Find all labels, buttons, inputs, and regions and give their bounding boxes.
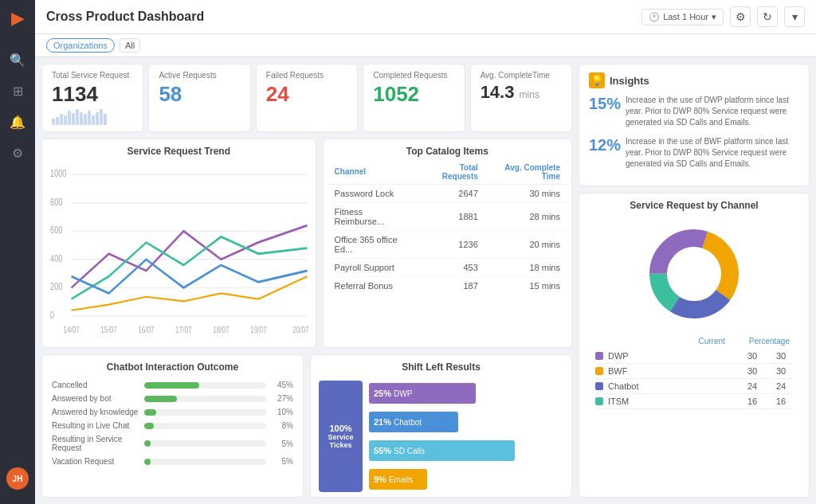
chatbot-row-pct: 5% xyxy=(271,440,293,448)
shift-bar-item: 55%SD Calls xyxy=(369,440,563,461)
filter-bar: Organizations All xyxy=(35,34,816,57)
service-by-channel-card: Service Request by Channel Current xyxy=(579,193,810,498)
svg-text:16/07: 16/07 xyxy=(138,324,154,334)
metric-active-value: 58 xyxy=(159,83,240,106)
chatbot-row-pct: 10% xyxy=(271,408,293,416)
insight-pct: 12% xyxy=(589,136,619,170)
col-channel: Channel xyxy=(328,160,419,185)
chatbot-row-pct: 8% xyxy=(271,421,293,430)
svg-text:200: 200 xyxy=(50,280,62,291)
sidebar-icon-grid[interactable]: ⊞ xyxy=(13,84,23,99)
svg-text:19/07: 19/07 xyxy=(250,324,266,334)
shift-bar-sublabel: Chatbot xyxy=(394,418,422,427)
svg-text:800: 800 xyxy=(50,196,62,207)
shift-left-card: Shift Left Results 100% Service Tickes 2… xyxy=(310,354,572,498)
metric-completed-label: Completed Requests xyxy=(373,71,454,80)
shift-left-content: 100% Service Tickes 25%DWP21%Chatbot55%S… xyxy=(311,376,571,497)
shift-bar-item: 25%DWP xyxy=(369,383,563,404)
channel-legend-rows: DWP 30 30 BWF 30 30 Chatbot 24 24 ITSM 1… xyxy=(595,349,793,409)
svg-text:18/07: 18/07 xyxy=(213,324,229,334)
chatbot-row-item: Resulting in Service Request 5% xyxy=(52,435,293,452)
legend-current: 30 xyxy=(740,366,764,376)
chevron-down-icon: ▾ xyxy=(712,12,716,22)
insights-header: 💡 Insights xyxy=(589,72,799,88)
user-avatar[interactable]: JH xyxy=(6,467,29,490)
settings-button[interactable]: ⚙ xyxy=(730,6,751,27)
refresh-button[interactable]: ↻ xyxy=(757,6,778,27)
svg-text:17/07: 17/07 xyxy=(175,324,191,334)
shift-bar-fill: 55%SD Calls xyxy=(369,440,515,461)
shift-bar-pct: 55% xyxy=(374,446,391,455)
svg-point-23 xyxy=(668,248,720,300)
chatbot-bar-bg xyxy=(144,459,266,465)
shift-bar-pct: 9% xyxy=(374,475,386,484)
catalog-avgtime: 30 mins xyxy=(484,184,567,202)
sidebar-icon-search[interactable]: 🔍 xyxy=(10,53,26,68)
shift-right-bars: 25%DWP21%Chatbot55%SD Calls9%Emails xyxy=(369,381,563,492)
chatbot-row-item: Cancelled 45% xyxy=(52,381,293,389)
header-controls: 🕐 Last 1 Hour ▾ ⚙ ↻ ▾ xyxy=(641,6,805,27)
shift-bar-item: 9%Emails xyxy=(369,469,563,490)
chatbot-row-item: Vacation Request 5% xyxy=(52,457,293,466)
filter-all-select[interactable]: All xyxy=(120,38,140,53)
metric-avgtime: Avg. CompleteTime 14.3 mins xyxy=(470,64,572,132)
filter-organizations[interactable]: Organizations xyxy=(46,38,115,53)
chatbot-row-pct: 5% xyxy=(271,457,293,466)
insight-item: 15% Increase in the use of DWP platform … xyxy=(589,95,799,128)
catalog-requests: 2647 xyxy=(418,184,484,202)
charts-row: Service Request Trend 1000 800 600 400 2… xyxy=(41,139,572,348)
metric-total-value: 1134 xyxy=(52,83,133,106)
legend-label: BWF xyxy=(608,366,736,376)
chatbot-row-label: Vacation Request xyxy=(52,457,139,466)
left-panel: Total Service Request 1134 Active Reques… xyxy=(41,64,572,498)
catalog-requests: 1236 xyxy=(418,230,484,258)
insights-card: 💡 Insights 15% Increase in the use of DW… xyxy=(579,64,810,186)
more-options-button[interactable]: ▾ xyxy=(784,6,805,27)
insights-items: 15% Increase in the use of DWP platform … xyxy=(589,95,799,170)
catalog-card: Top Catalog Items Channel Total Requests… xyxy=(323,139,572,348)
catalog-channel: Referral Bonus xyxy=(328,276,419,295)
catalog-avgtime: 20 mins xyxy=(484,230,567,258)
legend-pct: 24 xyxy=(769,381,793,391)
metric-avgtime-value: 14.3 mins xyxy=(481,83,562,102)
sidebar-icon-gear[interactable]: ⚙ xyxy=(12,146,23,161)
insight-text: Increase in the use of BWF platform sinc… xyxy=(626,136,799,170)
insights-icon: 💡 xyxy=(589,72,605,88)
chatbot-bar-bg xyxy=(144,440,266,447)
shift-bar-fill: 9%Emails xyxy=(369,469,427,490)
chatbot-row-label: Answered by bot xyxy=(52,394,139,403)
shift-bar-sublabel: SD Calls xyxy=(394,447,425,455)
time-range-button[interactable]: 🕐 Last 1 Hour ▾ xyxy=(641,9,724,25)
sidebar-icon-bell[interactable]: 🔔 xyxy=(10,115,26,130)
svg-text:1000: 1000 xyxy=(50,167,66,178)
legend-dot xyxy=(595,382,603,390)
insights-title: Insights xyxy=(610,75,649,87)
insight-pct: 15% xyxy=(589,95,619,128)
chatbot-row-pct: 45% xyxy=(271,381,293,389)
trend-chart-card: Service Request Trend 1000 800 600 400 2… xyxy=(41,139,316,348)
shift-main-bar: 100% Service Tickes xyxy=(319,381,363,492)
trend-svg: 1000 800 600 400 200 0 xyxy=(49,163,309,344)
shift-bar-fill: 25%DWP xyxy=(369,383,476,404)
catalog-channel: Payroll Support xyxy=(328,258,419,276)
chatbot-bar-bg xyxy=(144,409,266,416)
table-row: Office 365 office Ed... 1236 20 mins xyxy=(328,230,567,258)
channel-legend: Current Percentage DWP 30 30 BWF 30 30 C… xyxy=(586,332,802,414)
legend-current: 16 xyxy=(740,397,764,406)
legend-current: 24 xyxy=(740,381,764,391)
app-logo: ▶ xyxy=(11,8,25,29)
trend-chart-title: Service Request Trend xyxy=(42,139,316,160)
svg-text:0: 0 xyxy=(50,309,54,320)
catalog-avgtime: 18 mins xyxy=(484,258,567,276)
chatbot-row-pct: 27% xyxy=(271,394,293,403)
legend-label: ITSM xyxy=(608,397,736,406)
legend-dot xyxy=(595,397,603,405)
svg-text:15/07: 15/07 xyxy=(100,324,116,334)
svg-text:20/07: 20/07 xyxy=(292,324,308,334)
chatbot-card: Chatbot Interaction Outcome Cancelled 45… xyxy=(41,354,304,498)
content-area: Total Service Request 1134 Active Reques… xyxy=(35,57,816,504)
time-range-label: Last 1 Hour xyxy=(663,12,708,21)
chatbot-bar-bg xyxy=(144,382,266,389)
svg-text:600: 600 xyxy=(50,224,62,235)
shift-bar-sublabel: Emails xyxy=(389,475,413,484)
